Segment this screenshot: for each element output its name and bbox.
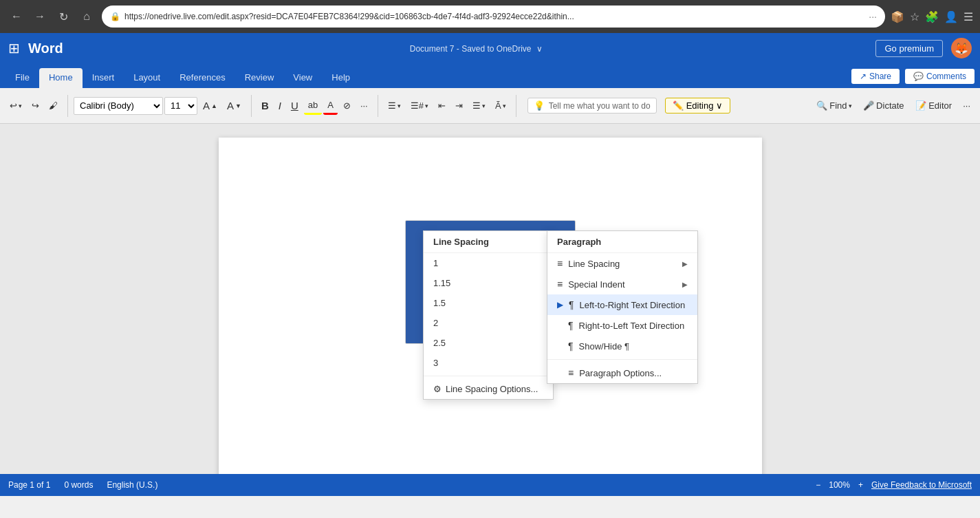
security-icon: 🔒 — [110, 12, 120, 21]
checkmark-icon: ▶ — [557, 300, 563, 310]
para-rtl-icon: ¶ — [568, 320, 574, 331]
para-line-spacing-item[interactable]: ≡ Line Spacing ▶ — [547, 253, 697, 274]
home-button[interactable]: ⌂ — [77, 7, 96, 26]
bookmark-icon[interactable]: ☆ — [910, 10, 919, 23]
text-effects-button[interactable]: Ã▾ — [491, 98, 510, 114]
toolbar: ↩▾ ↪ 🖌 Calibri (Body) 11 A▲ A▼ B I U ab … — [0, 88, 980, 124]
tab-review[interactable]: Review — [235, 68, 284, 88]
decrease-indent-button[interactable]: ⇤ — [434, 98, 450, 114]
ls-item-25[interactable]: 2.5 — [424, 333, 553, 353]
increase-indent-button[interactable]: ⇥ — [451, 98, 467, 114]
font-family-select[interactable]: Calibri (Body) — [74, 97, 163, 115]
font-size-select[interactable]: 11 — [164, 97, 197, 115]
paragraph-submenu: Paragraph ≡ Line Spacing ▶ ≡ Special Ind… — [547, 230, 698, 384]
underline-button[interactable]: U — [287, 97, 303, 114]
bullets-button[interactable]: ☰▾ — [384, 98, 405, 114]
italic-button[interactable]: I — [274, 97, 285, 114]
para-options-item[interactable]: ≡ Paragraph Options... — [547, 363, 697, 383]
line-spacing-title: Line Spacing — [424, 231, 553, 253]
word-titlebar: ⊞ Word Document 7 - Saved to OneDrive ∨ … — [0, 33, 980, 63]
document-title: Document 7 - Saved to OneDrive ∨ — [77, 43, 876, 54]
back-button[interactable]: ← — [7, 7, 26, 26]
special-indent-icon: ≡ — [557, 279, 563, 290]
ls-item-2[interactable]: 2 — [424, 313, 553, 333]
para-ltr-label: Left-to-Right Text Direction — [580, 300, 686, 310]
font-color-button[interactable]: A — [323, 97, 338, 115]
gear-icon: ⚙ — [433, 384, 442, 394]
bold-button[interactable]: B — [257, 97, 273, 114]
para-options-icon: ≡ — [568, 367, 574, 378]
numbering-button[interactable]: ☰#▾ — [406, 98, 433, 114]
tab-layout[interactable]: Layout — [124, 68, 170, 88]
para-rtl-label: Right-to-Left Text Direction — [579, 321, 685, 331]
comments-button[interactable]: 💬 Comments — [905, 69, 974, 84]
page-count: Page 1 of 1 — [8, 480, 50, 490]
para-ltr-icon: ¶ — [569, 299, 574, 310]
para-ltr-item[interactable]: ▶ ¶ Left-to-Right Text Direction — [547, 294, 697, 315]
address-bar[interactable]: 🔒 https://onedrive.live.com/edit.aspx?re… — [102, 6, 885, 28]
app-grid-icon[interactable]: ⊞ — [8, 40, 20, 56]
alignment-button[interactable]: ☰▾ — [468, 98, 490, 114]
paragraph-submenu-title: Paragraph — [547, 231, 697, 253]
para-special-indent-item[interactable]: ≡ Special Indent ▶ — [547, 274, 697, 294]
tab-view[interactable]: View — [283, 68, 322, 88]
increase-font-button[interactable]: A▲ — [199, 97, 221, 114]
para-rtl-item[interactable]: ¶ Right-to-Left Text Direction — [547, 315, 697, 336]
chevron-right-icon: ▶ — [682, 260, 688, 268]
separator-3 — [378, 95, 378, 117]
para-show-hide-item[interactable]: ¶ Show/Hide ¶ — [547, 336, 697, 356]
chevron-right-icon-2: ▶ — [682, 281, 688, 288]
zoom-out-icon[interactable]: − — [816, 480, 820, 490]
user-avatar[interactable]: 🦊 — [951, 38, 972, 58]
para-special-indent-label: Special Indent — [568, 279, 624, 290]
url-text: https://onedrive.live.com/edit.aspx?resi… — [124, 12, 864, 21]
editing-arrow-icon: ∨ — [716, 100, 723, 111]
content-wrapper: Malavida Line Spacing 1 1.15 1.5 2 2.5 3… — [0, 124, 980, 496]
editor-button[interactable]: 📝 Editor — [911, 98, 957, 114]
tab-file[interactable]: File — [6, 68, 39, 88]
share-button[interactable]: ↗ Share — [851, 69, 900, 84]
line-spacing-dropdown: Line Spacing 1 1.15 1.5 2 2.5 3 ⚙ Line S… — [423, 230, 554, 400]
highlight-button[interactable]: ab — [304, 97, 322, 115]
more-format-button[interactable]: ··· — [356, 98, 372, 114]
undo-button[interactable]: ↩▾ — [6, 98, 26, 114]
ribbon-right-actions: ↗ Share 💬 Comments — [851, 69, 974, 88]
browser-nav: ← → ↻ ⌂ — [7, 7, 96, 26]
forward-button[interactable]: → — [30, 7, 50, 26]
decrease-font-button[interactable]: A▼ — [223, 97, 246, 114]
format-group: B I U ab A ⊘ ··· — [257, 97, 372, 115]
ls-item-15[interactable]: 1.5 — [424, 293, 553, 313]
reload-button[interactable]: ↻ — [54, 7, 73, 26]
zoom-in-icon[interactable]: + — [858, 480, 863, 490]
tab-references[interactable]: References — [170, 68, 235, 88]
para-options-label: Paragraph Options... — [579, 368, 662, 378]
tell-me-search[interactable]: 💡 Tell me what you want to do — [527, 98, 657, 114]
go-premium-button[interactable]: Go premium — [875, 40, 943, 57]
ls-item-3[interactable]: 3 — [424, 353, 553, 373]
line-spacing-options-button[interactable]: ⚙ Line Spacing Options... — [424, 379, 553, 399]
word-count: 0 words — [64, 480, 93, 490]
redo-button[interactable]: ↪ — [28, 98, 43, 114]
tab-insert[interactable]: Insert — [83, 68, 124, 88]
format-painter-button[interactable]: 🖌 — [45, 98, 62, 114]
tab-help[interactable]: Help — [322, 68, 360, 88]
font-group: Calibri (Body) 11 A▲ A▼ — [74, 97, 246, 115]
undo-redo-group: ↩▾ ↪ 🖌 — [6, 98, 62, 114]
pocket-icon[interactable]: 📦 — [891, 10, 904, 23]
clear-format-button[interactable]: ⊘ — [339, 98, 355, 114]
editing-button[interactable]: ✏️ Editing ∨ — [665, 98, 731, 114]
find-button[interactable]: 🔍 Find ▾ — [812, 98, 856, 114]
feedback-link[interactable]: Give Feedback to Microsoft — [871, 480, 972, 490]
ls-item-115[interactable]: 1.15 — [424, 273, 553, 293]
zoom-level: 100% — [829, 480, 850, 490]
more-toolbar-button[interactable]: ··· — [959, 98, 974, 114]
tab-home[interactable]: Home — [39, 68, 83, 88]
hamburger-icon[interactable]: ☰ — [963, 10, 973, 23]
browser-action-icons: 📦 ☆ 🧩 👤 ☰ — [891, 10, 973, 23]
dictate-button[interactable]: 🎤 Dictate — [859, 98, 908, 114]
profile-icon[interactable]: 👤 — [944, 10, 958, 23]
lightbulb-icon: 💡 — [534, 100, 545, 111]
ls-item-1[interactable]: 1 — [424, 253, 553, 273]
browser-chrome: ← → ↻ ⌂ 🔒 https://onedrive.live.com/edit… — [0, 0, 980, 33]
extensions-icon[interactable]: 🧩 — [925, 10, 939, 23]
